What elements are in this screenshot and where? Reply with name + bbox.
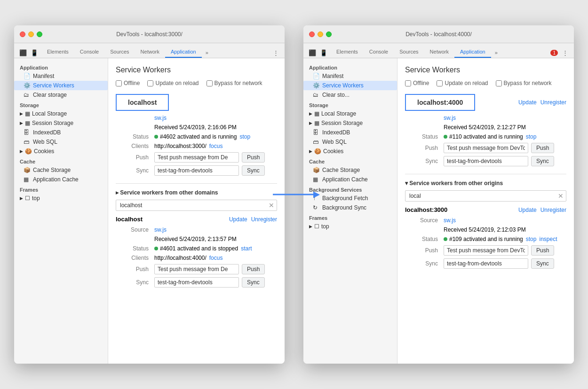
- right-indexeddb[interactable]: 🗄 IndexedDB: [303, 128, 397, 137]
- sidebar-websql[interactable]: 🗃 Web SQL: [14, 137, 108, 147]
- right-device-icon[interactable]: 📱: [318, 47, 329, 58]
- minimize-button[interactable]: [28, 31, 34, 37]
- sub-start-link[interactable]: start: [241, 245, 252, 252]
- right-local-storage[interactable]: ▶ ▦ Local Storage: [303, 109, 397, 118]
- right-sub-push-input[interactable]: [444, 245, 528, 256]
- right-filter-clear-icon[interactable]: ✕: [558, 192, 564, 200]
- right-sub-stop-link[interactable]: stop: [526, 236, 537, 242]
- sub-sw-update-link[interactable]: Update: [229, 216, 247, 223]
- right-offline-checkbox[interactable]: [405, 80, 411, 86]
- right-tab-sources[interactable]: Sources: [394, 47, 424, 58]
- tab-sources[interactable]: Sources: [104, 47, 135, 58]
- tab-elements[interactable]: Elements: [41, 47, 74, 58]
- right-tab-network[interactable]: Network: [424, 47, 454, 58]
- filter-input[interactable]: [116, 200, 277, 211]
- right-update-on-reload-option[interactable]: Update on reload: [437, 80, 488, 86]
- sw-push-button[interactable]: Push: [242, 152, 265, 163]
- right-offline-option[interactable]: Offline: [405, 80, 429, 86]
- sw-source-link[interactable]: sw.js: [154, 115, 167, 121]
- sub-sw-unregister-link[interactable]: Unregister: [251, 216, 277, 223]
- tab-application[interactable]: Application: [165, 47, 202, 58]
- right-bypass-option[interactable]: Bypass for network: [496, 80, 552, 86]
- right-sidebar-manifest[interactable]: 📄 Manifest: [303, 71, 397, 81]
- right-tab-console[interactable]: Console: [364, 47, 394, 58]
- sub-status-label: Status: [116, 245, 149, 252]
- device-icon[interactable]: 📱: [29, 47, 40, 58]
- right-sidebar-clear-storage[interactable]: 🗂 Clear sto...: [303, 90, 397, 100]
- right-close-button[interactable]: [309, 31, 315, 37]
- sidebar-service-workers[interactable]: ⚙️ Service Workers: [14, 81, 108, 90]
- right-maximize-button[interactable]: [326, 31, 332, 37]
- sidebar-cookies[interactable]: ▶ 🍪 Cookies: [14, 147, 108, 156]
- sidebar-session-storage[interactable]: ▶ ▦ Session Storage: [14, 118, 108, 128]
- update-on-reload-option[interactable]: Update on reload: [147, 80, 199, 86]
- right-sub-sync-input[interactable]: [444, 258, 528, 269]
- right-sw-unregister-link[interactable]: Unregister: [540, 99, 566, 106]
- sidebar-indexeddb[interactable]: 🗄 IndexedDB: [14, 128, 108, 137]
- inspect-icon[interactable]: ⬛: [18, 47, 28, 58]
- tab-console[interactable]: Console: [74, 47, 104, 58]
- right-cookies[interactable]: ▶ 🍪 Cookies: [303, 147, 397, 156]
- maximize-button[interactable]: [37, 31, 42, 37]
- right-inspect-icon[interactable]: ⬛: [307, 47, 318, 58]
- right-tab-application[interactable]: Application: [454, 47, 491, 58]
- sidebar-cache-storage[interactable]: 📦 Cache Storage: [14, 165, 108, 175]
- right-sync-button[interactable]: Sync: [531, 156, 554, 166]
- sw-sync-input[interactable]: [154, 165, 239, 176]
- more-options-icon[interactable]: ⋮: [270, 47, 281, 58]
- right-stop-link[interactable]: stop: [526, 133, 537, 140]
- right-websql[interactable]: 🗃 Web SQL: [303, 137, 397, 147]
- right-filter-input[interactable]: [405, 190, 566, 202]
- sub-sync-button[interactable]: Sync: [242, 277, 265, 288]
- offline-checkbox[interactable]: [116, 80, 122, 86]
- right-bg-fetch[interactable]: ↑ Background Fetch: [303, 194, 397, 203]
- bypass-option[interactable]: Bypass for network: [207, 80, 262, 86]
- sub-focus-link[interactable]: focus: [209, 255, 223, 261]
- right-sync-input[interactable]: [444, 156, 528, 166]
- sidebar-local-storage[interactable]: ▶ ▦ Local Storage: [14, 109, 108, 118]
- right-sidebar-service-workers[interactable]: ⚙️ Service Workers: [303, 81, 397, 90]
- sw-focus-link[interactable]: focus: [209, 143, 223, 149]
- right-push-button[interactable]: Push: [531, 143, 554, 153]
- right-sub-source-link[interactable]: sw.js: [444, 217, 456, 224]
- right-tab-elements[interactable]: Elements: [331, 47, 364, 58]
- offline-option[interactable]: Offline: [116, 80, 140, 86]
- right-cache-storage[interactable]: 📦 Cache Storage: [303, 165, 397, 175]
- sw-push-input[interactable]: [154, 152, 239, 163]
- tab-more[interactable]: »: [202, 47, 212, 58]
- sub-sync-input[interactable]: [154, 277, 239, 288]
- sub-sw-source-link[interactable]: sw.js: [154, 226, 167, 233]
- right-sub-sync-button[interactable]: Sync: [531, 258, 554, 269]
- right-session-storage[interactable]: ▶ ▦ Session Storage: [303, 118, 397, 128]
- update-on-reload-checkbox[interactable]: [147, 80, 153, 86]
- right-push-input[interactable]: [444, 143, 528, 153]
- right-sw-update-link[interactable]: Update: [518, 99, 537, 106]
- right-sub-update-link[interactable]: Update: [518, 207, 537, 213]
- sub-push-button[interactable]: Push: [242, 264, 265, 274]
- right-minimize-button[interactable]: [318, 31, 323, 37]
- right-sub-push-button[interactable]: Push: [531, 245, 554, 256]
- sidebar-clear-storage[interactable]: 🗂 Clear storage: [14, 90, 108, 100]
- right-app-cache[interactable]: ▦ Application Cache: [303, 175, 397, 184]
- tab-network[interactable]: Network: [135, 47, 165, 58]
- right-sub-unregister-link[interactable]: Unregister: [540, 207, 566, 213]
- right-frames-top[interactable]: ▶ ☐ top: [303, 222, 397, 231]
- sub-push-input[interactable]: [154, 264, 239, 274]
- filter-clear-icon[interactable]: ✕: [269, 202, 274, 209]
- right-more-options-icon[interactable]: ⋮: [560, 47, 570, 58]
- cookies-label: Cookies: [34, 148, 54, 155]
- divider: [116, 183, 277, 184]
- bypass-checkbox[interactable]: [207, 80, 213, 86]
- sidebar-frames-top[interactable]: ▶ ☐ top: [14, 194, 108, 203]
- sidebar-manifest[interactable]: 📄 Manifest: [14, 71, 108, 81]
- sw-stop-link[interactable]: stop: [239, 133, 250, 140]
- right-tab-more[interactable]: »: [491, 47, 501, 58]
- right-bg-sync[interactable]: ↻ Background Sync: [303, 203, 397, 212]
- right-sw-source-link[interactable]: sw.js: [444, 115, 456, 121]
- right-sub-inspect-link[interactable]: inspect: [539, 236, 557, 242]
- right-update-reload-checkbox[interactable]: [437, 80, 443, 86]
- right-bypass-checkbox[interactable]: [496, 80, 502, 86]
- sidebar-app-cache[interactable]: ▦ Application Cache: [14, 175, 108, 184]
- sw-sync-button[interactable]: Sync: [242, 165, 265, 176]
- close-button[interactable]: [20, 31, 25, 37]
